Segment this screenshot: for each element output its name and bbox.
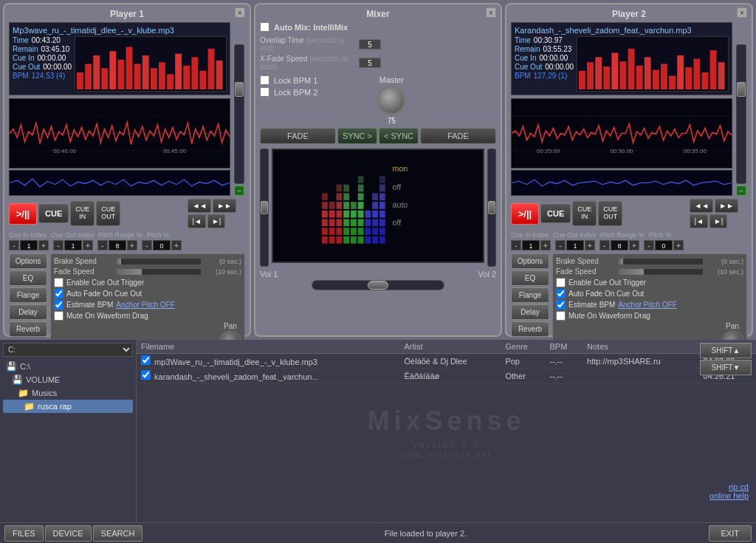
player1-cue-in-plus[interactable]: + [38,240,49,250]
files-tab-button[interactable]: FILES [4,525,44,542]
player2-mute-checkbox[interactable] [556,311,566,321]
mixer-fade-right-button[interactable]: FADE [420,128,496,144]
search-tab-button[interactable]: SEARCH [93,525,143,542]
mixer-master-knob[interactable] [377,86,406,115]
player1-transport-slider[interactable]: – [238,208,245,219]
col-notes[interactable]: Notes [583,340,699,354]
player2-cue-button[interactable]: CUE [540,204,571,223]
player1-pitch-range-minus[interactable]: - [97,240,108,250]
player2-cue-in-minus[interactable]: - [511,240,521,250]
player2-anchor-pitch-link[interactable]: Anchor Pitch OFF [618,301,676,309]
col-genre[interactable]: Genre [501,340,545,354]
player2-estimate-bpm-checkbox[interactable] [556,300,566,310]
player1-play-button[interactable]: >/|| [9,203,37,225]
mixer-auto-mix-checkbox[interactable] [260,22,269,32]
player2-eq-button[interactable]: EQ [511,270,549,286]
player1-auto-fade-checkbox[interactable] [54,289,63,298]
player2-pitch-pct-plus[interactable]: + [673,240,684,250]
mixer-xfade-input[interactable]: 5 [359,58,381,68]
player1-anchor-pitch-link[interactable]: Anchor Pitch OFF [116,301,174,309]
col-filename[interactable]: Filename [137,340,400,354]
player1-close-button[interactable]: × [235,7,245,18]
player2-play-button[interactable]: >/|| [511,203,539,225]
player2-volume-slider[interactable] [736,44,746,184]
mixer-lock-bpm1-checkbox[interactable] [260,75,269,85]
player2-pitch-range-plus[interactable]: + [629,240,639,250]
exit-button[interactable]: EXIT [709,525,752,542]
player2-enable-cue-checkbox[interactable] [556,278,566,287]
file1-checkbox[interactable] [141,355,151,365]
tree-item-c-drive[interactable]: 💾 C:\ [3,360,133,373]
player2-cue-out-plus[interactable]: + [585,240,595,250]
table-row[interactable]: mp3Wave_ru_-_timatidj_dlee_-_v_klube.mp3… [137,354,756,369]
mixer-right-slider[interactable] [487,148,496,267]
player2-rewind-button[interactable]: ◄◄ [690,199,713,213]
player1-volume-slider[interactable] [234,44,244,184]
player1-pitch-pct-minus[interactable]: - [142,240,152,250]
col-bpm[interactable]: BPM [545,340,583,354]
player2-green-btn[interactable]: – [736,185,746,196]
player2-next-button[interactable]: ►| [709,214,728,228]
player2-cue-in-button[interactable]: CUEIN [572,201,597,226]
drive-dropdown[interactable]: C: [3,343,133,357]
online-help-link[interactable]: online help [709,491,749,500]
player1-brake-slider[interactable] [116,258,202,265]
player1-cue-in-minus[interactable]: - [9,240,19,250]
player1-rewind-button[interactable]: ◄◄ [188,199,211,213]
player1-reverb-button[interactable]: Reverb [9,321,47,337]
player2-pitch-pct-minus[interactable]: - [644,240,654,250]
player1-options-button[interactable]: Options [9,253,47,269]
player2-cue-out-button[interactable]: CUEOUT [598,201,622,226]
shift-down-button[interactable]: SHIFT▼ [700,360,752,375]
player1-eq-button[interactable]: EQ [9,270,47,286]
player2-forward-button[interactable]: ►► [715,199,738,213]
mixer-overlap-input[interactable]: 5 [359,39,381,49]
mixer-crossfader-handle[interactable] [368,281,388,290]
mixer-sync-left-button[interactable]: < SYNC [379,128,419,144]
shift-up-button[interactable]: SHIFT▲ [700,343,752,358]
player2-close-button[interactable]: × [737,7,747,18]
file2-checkbox[interactable] [141,370,151,380]
mixer-sync-right-button[interactable]: SYNC > [337,128,377,144]
player1-forward-button[interactable]: ►► [213,199,236,213]
player2-prev-button[interactable]: |◄ [690,214,708,228]
player1-prev-button[interactable]: |◄ [188,214,206,228]
table-row[interactable]: karandash_-_sheveli_zadom_feat._varchun.… [137,369,756,383]
player1-enable-cue-checkbox[interactable] [54,278,63,287]
mixer-fade-left-button[interactable]: FADE [260,128,336,144]
rip-cd-link[interactable]: rip cd [709,482,749,491]
player2-auto-fade-checkbox[interactable] [556,289,566,298]
player2-cue-in-plus[interactable]: + [540,240,551,250]
player2-options-button[interactable]: Options [511,253,549,269]
player1-cue-button[interactable]: CUE [38,204,69,223]
player2-reverb-button[interactable]: Reverb [511,321,549,337]
mixer-left-slider[interactable] [260,148,269,267]
player1-mute-checkbox[interactable] [54,311,63,321]
player1-estimate-bpm-checkbox[interactable] [54,300,63,310]
mixer-close-button[interactable]: × [486,7,496,18]
col-artist[interactable]: Artist [400,340,501,354]
player1-green-btn[interactable]: – [234,185,244,196]
player2-brake-slider[interactable] [618,258,704,265]
player1-next-button[interactable]: ►| [207,214,226,228]
player1-cue-out-plus[interactable]: + [83,240,93,250]
mixer-lock-bpm2-checkbox[interactable] [260,87,269,97]
player2-cue-out-minus[interactable]: - [555,240,566,250]
tree-item-musics[interactable]: 📁 Musics [3,386,133,400]
tree-item-rusca-rap[interactable]: 📁 rusca rap [3,400,133,413]
player2-transport-slider[interactable]: – [740,208,747,219]
player1-flange-button[interactable]: Flange [9,287,47,303]
mixer-crossfader[interactable] [312,280,444,290]
player2-delay-button[interactable]: Delay [511,304,549,320]
player1-cue-in-button[interactable]: CUEIN [70,201,94,226]
player2-fade-slider[interactable] [618,268,704,276]
player1-pitch-pct-plus[interactable]: + [171,240,182,250]
player2-pitch-range-minus[interactable]: - [599,240,610,250]
player1-cue-out-minus[interactable]: - [53,240,63,250]
device-tab-button[interactable]: DEVICE [45,525,92,542]
tree-item-volume[interactable]: 💾 VOLUME [3,373,133,386]
player1-fade-slider[interactable] [116,268,202,276]
player2-flange-button[interactable]: Flange [511,287,549,303]
player1-cue-out-button[interactable]: CUEOUT [96,201,120,226]
player1-pitch-range-plus[interactable]: + [127,240,137,250]
